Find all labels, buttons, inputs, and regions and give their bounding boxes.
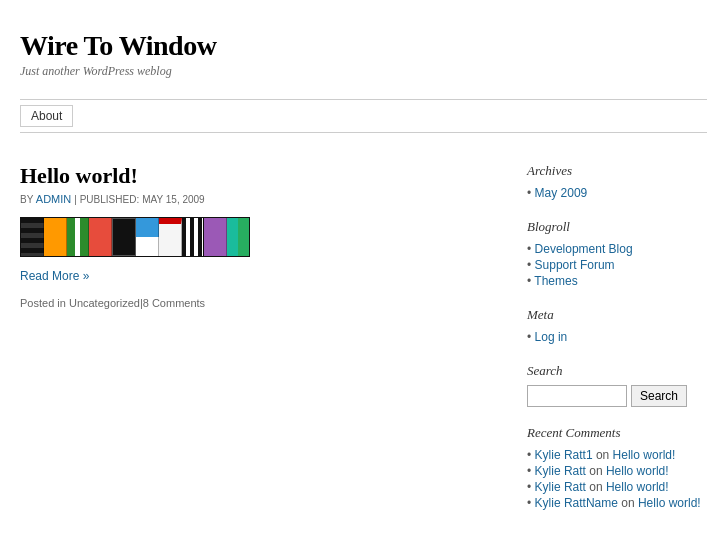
sidebar-meta: Meta Log in bbox=[527, 307, 707, 345]
jersey-2 bbox=[44, 218, 67, 256]
blogroll-list: Development Blog Support Forum Themes bbox=[527, 241, 707, 289]
comment-author-1[interactable]: Kylie Ratt bbox=[535, 464, 586, 478]
blogroll-link-support[interactable]: Support Forum bbox=[535, 258, 615, 272]
post-footer: Posted in Uncategorized|8 Comments bbox=[20, 297, 507, 309]
post-date: MAY 15, 2009 bbox=[142, 194, 204, 205]
archives-list: May 2009 bbox=[527, 185, 707, 201]
recent-comments-title: Recent Comments bbox=[527, 425, 707, 441]
post-published-label: Published: bbox=[80, 194, 139, 205]
main-content: Hello world! By ADMIN | Published: MAY 1… bbox=[20, 163, 507, 529]
comment-author-3[interactable]: Kylie RattName bbox=[535, 496, 618, 510]
blogroll-item-themes: Themes bbox=[527, 273, 707, 289]
comment-item-0: Kylie Ratt1 on Hello world! bbox=[527, 447, 707, 463]
sidebar-archives: Archives May 2009 bbox=[527, 163, 707, 201]
meta-list: Log in bbox=[527, 329, 707, 345]
comment-on-0: on bbox=[596, 448, 613, 462]
comment-post-1[interactable]: Hello world! bbox=[606, 464, 669, 478]
site-title: Wire To Window bbox=[20, 30, 707, 62]
blogroll-link-themes[interactable]: Themes bbox=[534, 274, 577, 288]
archives-title: Archives bbox=[527, 163, 707, 179]
meta-item-login: Log in bbox=[527, 329, 707, 345]
post-meta: By ADMIN | Published: MAY 15, 2009 bbox=[20, 193, 507, 205]
jersey-10 bbox=[227, 218, 249, 256]
blogroll-item-dev: Development Blog bbox=[527, 241, 707, 257]
sidebar-recent-comments: Recent Comments Kylie Ratt1 on Hello wor… bbox=[527, 425, 707, 511]
post-comments-link[interactable]: 8 Comments bbox=[143, 297, 205, 309]
jersey-6 bbox=[136, 218, 159, 256]
read-more-link[interactable]: Read More » bbox=[20, 269, 507, 283]
post: Hello world! By ADMIN | Published: MAY 1… bbox=[20, 163, 507, 309]
comment-on-3: on bbox=[621, 496, 638, 510]
meta-login-link[interactable]: Log in bbox=[535, 330, 568, 344]
post-author[interactable]: ADMIN bbox=[36, 193, 71, 205]
nav-item-about[interactable]: About bbox=[20, 105, 73, 127]
jersey-4 bbox=[89, 218, 112, 256]
meta-title: Meta bbox=[527, 307, 707, 323]
comment-item-1: Kylie Ratt on Hello world! bbox=[527, 463, 707, 479]
search-title: Search bbox=[527, 363, 707, 379]
blogroll-link-dev[interactable]: Development Blog bbox=[535, 242, 633, 256]
post-by: By bbox=[20, 194, 33, 205]
comment-item-3: Kylie RattName on Hello world! bbox=[527, 495, 707, 511]
nav-bar: About bbox=[20, 99, 707, 133]
blogroll-item-support: Support Forum bbox=[527, 257, 707, 273]
comment-author-2[interactable]: Kylie Ratt bbox=[535, 480, 586, 494]
sidebar-search: Search Search bbox=[527, 363, 707, 407]
archive-link-may2009[interactable]: May 2009 bbox=[535, 186, 588, 200]
jersey-7 bbox=[159, 218, 182, 256]
comment-post-2[interactable]: Hello world! bbox=[606, 480, 669, 494]
search-box: Search bbox=[527, 385, 707, 407]
comment-author-0[interactable]: Kylie Ratt1 bbox=[535, 448, 593, 462]
site-tagline: Just another WordPress weblog bbox=[20, 64, 707, 79]
search-button[interactable]: Search bbox=[631, 385, 687, 407]
sidebar-blogroll: Blogroll Development Blog Support Forum … bbox=[527, 219, 707, 289]
jersey-9 bbox=[204, 218, 227, 256]
jersey-1 bbox=[21, 218, 44, 256]
comment-item-2: Kylie Ratt on Hello world! bbox=[527, 479, 707, 495]
blogroll-title: Blogroll bbox=[527, 219, 707, 235]
post-image bbox=[20, 217, 250, 257]
archive-item: May 2009 bbox=[527, 185, 707, 201]
comment-on-2: on bbox=[589, 480, 606, 494]
recent-comments-list: Kylie Ratt1 on Hello world! Kylie Ratt o… bbox=[527, 447, 707, 511]
jersey-8 bbox=[182, 218, 205, 256]
post-footer-prefix: Posted in bbox=[20, 297, 66, 309]
comment-post-0[interactable]: Hello world! bbox=[613, 448, 676, 462]
jersey-3 bbox=[67, 218, 90, 256]
sidebar: Archives May 2009 Blogroll Development B… bbox=[527, 163, 707, 529]
search-input[interactable] bbox=[527, 385, 627, 407]
post-category-link[interactable]: Uncategorized bbox=[69, 297, 140, 309]
post-title: Hello world! bbox=[20, 163, 507, 189]
comment-post-3[interactable]: Hello world! bbox=[638, 496, 701, 510]
comment-on-1: on bbox=[589, 464, 606, 478]
jersey-5 bbox=[112, 218, 136, 256]
